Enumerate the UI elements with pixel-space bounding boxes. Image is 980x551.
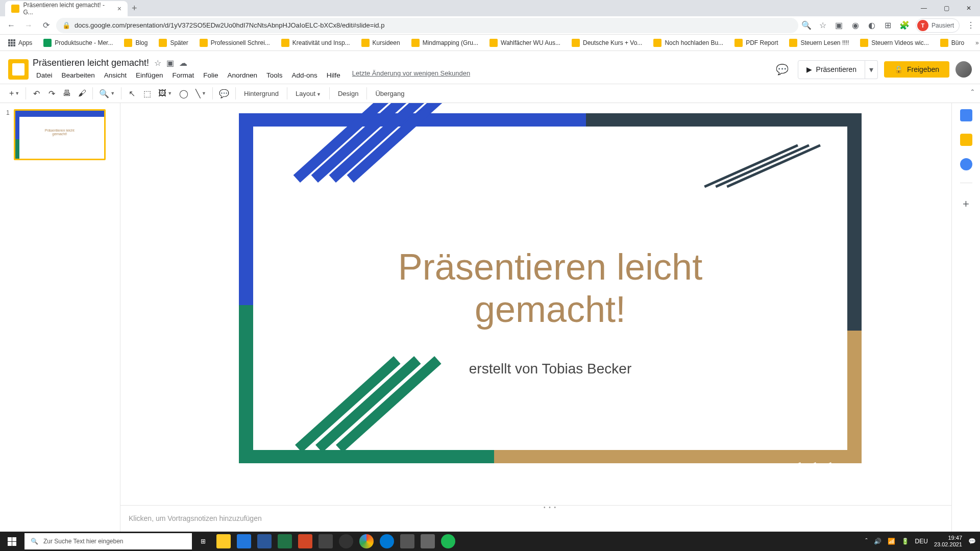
document-title[interactable]: Präsentieren leicht gemacht! — [33, 58, 149, 68]
browser-tab[interactable]: Präsentieren leicht gemacht! - G... × — [5, 1, 128, 16]
profile-pause-badge[interactable]: T Pausiert — [916, 18, 960, 33]
layout-button[interactable]: Layout▼ — [290, 90, 326, 97]
excel-icon[interactable] — [275, 532, 295, 551]
share-button[interactable]: 🔒 Freigeben — [884, 61, 949, 78]
star-icon[interactable]: ☆ — [154, 58, 161, 68]
zoom-button[interactable]: 🔍▼ — [96, 86, 118, 101]
app-icon-3[interactable] — [418, 532, 438, 551]
redo-button[interactable]: ↷ — [44, 86, 59, 101]
network-icon[interactable]: 📶 — [888, 538, 895, 545]
menu-edit[interactable]: Bearbeiten — [58, 69, 99, 81]
minimize-button[interactable]: — — [913, 0, 935, 16]
extensions-puzzle-icon[interactable]: 🧩 — [899, 20, 910, 31]
shape-tool[interactable]: ◯ — [176, 86, 191, 101]
menu-tools[interactable]: Tools — [263, 69, 286, 81]
add-addon-icon[interactable]: + — [963, 197, 969, 211]
bookmark-item[interactable]: Später — [155, 37, 192, 49]
maximize-button[interactable]: ▢ — [935, 0, 958, 16]
extension-grid-icon[interactable]: ⊞ — [883, 20, 893, 31]
design-button[interactable]: Design — [333, 90, 363, 97]
chrome-icon[interactable] — [356, 532, 377, 551]
zoom-icon[interactable]: 🔍 — [801, 20, 812, 31]
slide-title-text[interactable]: Präsentieren leichtgemacht! — [398, 246, 702, 331]
back-button[interactable]: ← — [4, 18, 18, 33]
reload-button[interactable]: ⟳ — [39, 18, 53, 33]
battery-icon[interactable]: 🔋 — [901, 538, 909, 545]
move-folder-icon[interactable]: ▣ — [166, 58, 174, 68]
extension-icon[interactable]: ◐ — [867, 20, 877, 31]
present-button[interactable]: ▶ Präsentieren — [798, 60, 865, 79]
keyboard-lang[interactable]: DEU — [915, 538, 928, 545]
url-input[interactable]: 🔒 docs.google.com/presentation/d/1yV372S… — [56, 18, 798, 33]
line-tool[interactable]: ╲▼ — [192, 86, 209, 101]
bookmark-item[interactable]: Wahlfächer WU Aus... — [485, 37, 565, 49]
volume-icon[interactable]: 🔊 — [874, 538, 881, 545]
menu-view[interactable]: Ansicht — [101, 69, 130, 81]
print-button[interactable]: 🖶 — [60, 86, 74, 101]
spotify-icon[interactable] — [438, 532, 458, 551]
taskbar-clock[interactable]: 19:47 23.02.2021 — [934, 535, 962, 548]
bookmark-item[interactable]: Noch hochladen Bu... — [649, 37, 727, 49]
notifications-icon[interactable]: 💬 — [968, 538, 976, 545]
notes-resize-handle[interactable]: • • • — [120, 505, 980, 509]
task-view-icon[interactable]: ⊞ — [193, 532, 213, 551]
bookmark-item[interactable]: Kreativität und Insp... — [277, 37, 354, 49]
taskbar-search[interactable]: 🔍 Zur Suche Text hier eingeben — [24, 533, 192, 549]
tray-chevron-icon[interactable]: ˆ — [866, 538, 868, 545]
comments-icon[interactable]: 💬 — [773, 60, 792, 79]
favorite-icon[interactable]: ☆ — [818, 20, 828, 31]
cloud-status-icon[interactable]: ☁ — [179, 58, 187, 68]
file-explorer-icon[interactable] — [213, 532, 234, 551]
menu-insert[interactable]: Einfügen — [132, 69, 166, 81]
transition-button[interactable]: Übergang — [370, 90, 409, 97]
slide-subtitle-text[interactable]: erstellt von Tobias Becker — [469, 361, 632, 377]
menu-help[interactable]: Hilfe — [323, 69, 344, 81]
close-window-button[interactable]: ✕ — [958, 0, 980, 16]
bookmark-item[interactable]: Blog — [120, 37, 152, 49]
menu-slide[interactable]: Folie — [200, 69, 222, 81]
tab-close-icon[interactable]: × — [117, 5, 121, 13]
reader-icon[interactable]: ▣ — [834, 20, 844, 31]
last-edit-link[interactable]: Letzte Änderung vor wenigen Sekunden — [352, 69, 470, 81]
menu-arrange[interactable]: Anordnen — [224, 69, 261, 81]
app-icon-2[interactable] — [397, 532, 418, 551]
bookmark-item[interactable]: PDF Report — [730, 37, 782, 49]
select-tool[interactable]: ↖ — [125, 86, 139, 101]
slides-logo-icon[interactable] — [8, 59, 29, 80]
powerpoint-icon[interactable] — [295, 532, 315, 551]
bookmark-item[interactable]: Mindmapping (Gru... — [407, 37, 482, 49]
tasks-icon[interactable] — [960, 158, 972, 170]
slide-canvas[interactable]: Präsentieren leichtgemacht! erstellt von… — [239, 113, 862, 463]
new-tab-button[interactable]: + — [132, 3, 137, 14]
menu-file[interactable]: Datei — [33, 69, 56, 81]
collapse-toolbar-icon[interactable]: ˆ — [971, 89, 974, 98]
slide-panel[interactable]: 1 Präsentieren leichtgemacht! — [0, 103, 120, 532]
undo-button[interactable]: ↶ — [29, 86, 43, 101]
paint-format-button[interactable]: 🖌 — [75, 86, 89, 101]
account-avatar[interactable] — [955, 61, 972, 78]
bookmark-item[interactable]: Deutsche Kurs + Vo... — [568, 37, 646, 49]
textbox-tool[interactable]: ⬚ — [140, 86, 154, 101]
present-dropdown[interactable]: ▾ — [865, 60, 878, 79]
speaker-notes[interactable]: Klicken, um Vortragsnotizen hinzuzufügen — [120, 509, 980, 532]
start-button[interactable] — [0, 532, 23, 551]
adblock-icon[interactable]: ◉ — [850, 20, 861, 31]
keep-icon[interactable] — [960, 134, 972, 146]
forward-button[interactable]: → — [21, 18, 36, 33]
mail-icon[interactable] — [234, 532, 254, 551]
menu-addons[interactable]: Add-ons — [288, 69, 321, 81]
new-slide-button[interactable]: +▼ — [6, 86, 22, 101]
apps-bookmark[interactable]: Apps — [4, 37, 36, 48]
bookmark-item[interactable]: Steuern Videos wic... — [856, 37, 933, 49]
bookmark-item[interactable]: Steuern Lesen !!!! — [785, 37, 853, 49]
image-tool[interactable]: 🖼▼ — [155, 86, 175, 101]
bookmark-item[interactable]: Professionell Schrei... — [195, 37, 274, 49]
comment-tool[interactable]: 💬 — [216, 86, 232, 101]
bookmarks-overflow-icon[interactable]: » — [971, 39, 980, 46]
bookmark-item[interactable]: Kursideen — [357, 37, 404, 49]
obs-icon[interactable] — [336, 532, 356, 551]
edge-icon[interactable] — [377, 532, 397, 551]
app-icon[interactable] — [315, 532, 336, 551]
slide-thumbnail[interactable]: Präsentieren leichtgemacht! — [14, 109, 106, 160]
background-button[interactable]: Hintergrund — [239, 90, 284, 97]
